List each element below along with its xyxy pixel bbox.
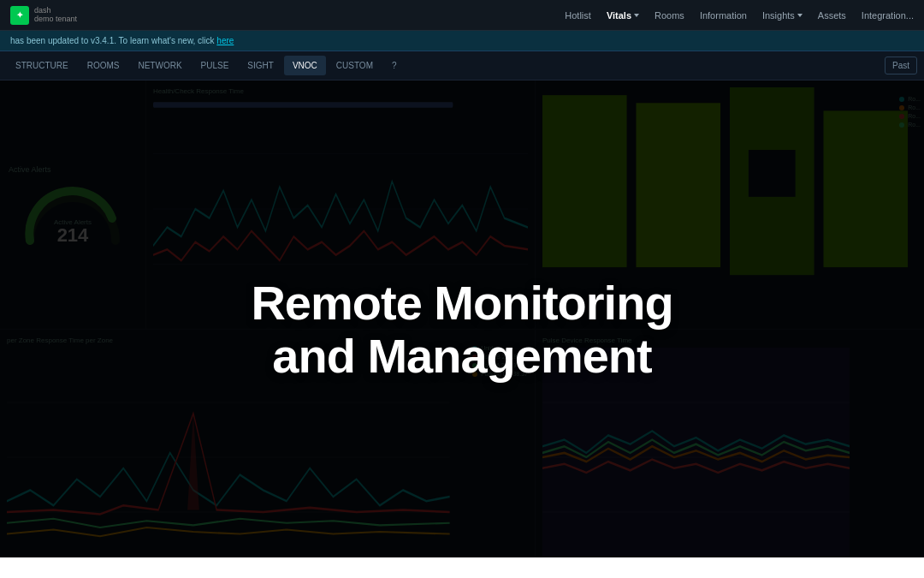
overlay: Remote Monitoring and Management — [0, 80, 924, 578]
nav-links: Hotlist Vitals Rooms Information Insight… — [565, 10, 914, 21]
sec-nav-help[interactable]: ? — [383, 56, 406, 75]
bottom-bar — [0, 557, 924, 578]
logo: ✦ dash demo tenant — [10, 6, 77, 25]
main-content: Active Alerts Active Alerts 214 Health/C… — [0, 80, 924, 578]
sec-nav-structure[interactable]: STRUCTURE — [7, 56, 77, 75]
logo-icon: ✦ — [10, 6, 29, 25]
secondary-nav: STRUCTURE ROOMS NETWORK PULSE SIGHT VNOC… — [0, 51, 924, 80]
nav-insights[interactable]: Insights — [762, 10, 803, 21]
vitals-chevron-icon — [634, 14, 639, 17]
notification-link[interactable]: here — [216, 36, 234, 45]
overlay-title: Remote Monitoring and Management — [251, 277, 672, 382]
nav-integration[interactable]: Integration... — [862, 10, 914, 21]
sec-nav-sight[interactable]: SIGHT — [239, 56, 282, 75]
notification-text: has been updated to v3.4.1. To learn wha… — [10, 36, 234, 45]
sec-nav-pulse[interactable]: PULSE — [192, 56, 238, 75]
nav-assets[interactable]: Assets — [818, 10, 846, 21]
nav-hotlist[interactable]: Hotlist — [565, 10, 591, 21]
insights-chevron-icon — [797, 14, 803, 17]
sec-nav-network[interactable]: NETWORK — [129, 56, 190, 75]
past-button[interactable]: Past — [885, 57, 917, 74]
sec-nav-vnoc[interactable]: VNOC — [284, 56, 326, 75]
nav-vitals[interactable]: Vitals — [607, 10, 639, 21]
nav-information[interactable]: Information — [700, 10, 747, 21]
sec-nav-custom[interactable]: CUSTOM — [328, 56, 382, 75]
logo-text: dash demo tenant — [34, 7, 77, 24]
notification-bar: has been updated to v3.4.1. To learn wha… — [0, 31, 924, 51]
top-nav: ✦ dash demo tenant Hotlist Vitals Rooms … — [0, 0, 924, 31]
sec-nav-rooms[interactable]: ROOMS — [79, 56, 128, 75]
nav-rooms[interactable]: Rooms — [654, 10, 684, 21]
